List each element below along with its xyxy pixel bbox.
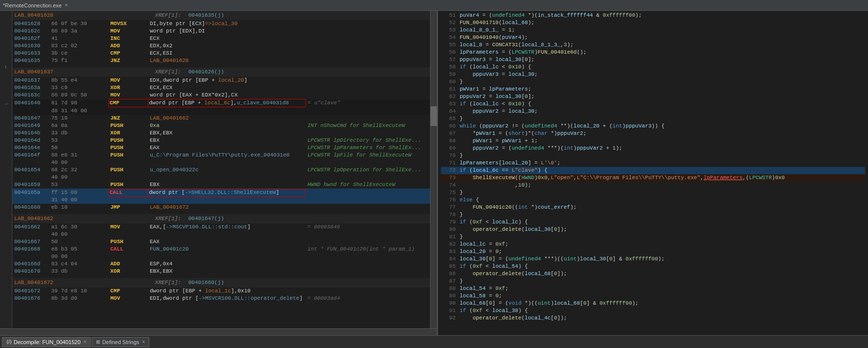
comment-00401628 — [305, 20, 430, 28]
addr-00401637: 00401637 — [12, 77, 49, 84]
code-content-88: local_54 = 0xf; — [460, 285, 865, 292]
comment-cont4 — [305, 196, 430, 204]
disasm-scroll[interactable]: LAB_00401628 XREF[1]: 00401635(j) 004016… — [12, 11, 430, 328]
label-name-00401662: LAB_00401662 — [14, 216, 53, 221]
code-line-61: 61 pWVar1 = lpParameters; — [441, 86, 865, 93]
ops-00401649: 0xa — [148, 122, 305, 129]
tab-decompile[interactable]: ⟨/⟩ Decompile: FUN_00401520 × — [2, 337, 91, 347]
addr-00401668: 00401668 — [12, 246, 49, 253]
instr-row-0040164f-push[interactable]: 0040164f 68 e8 31 PUSH u_C:\Program File… — [12, 152, 430, 159]
bytes-00401647: 75 19 — [49, 115, 108, 122]
gutter-arrow-12 — [0, 93, 12, 100]
tab-decompile-close[interactable]: × — [84, 339, 87, 345]
instr-row-0040163c[interactable]: 0040163c 66 89 0c 50 MOV word ptr [EAX +… — [12, 92, 430, 99]
instr-row-00401654-push[interactable]: 00401654 68 2c 32 PUSH u_open_0040322c L… — [12, 166, 430, 174]
instr-row-00401676-mov[interactable]: 00401676 8b 3d d0 MOV EDI,dword ptr [->M… — [12, 295, 430, 302]
mnem-00401667: PUSH — [108, 238, 148, 246]
tab-defined-strings[interactable]: ⊞ Defined Strings × — [92, 337, 149, 347]
instr-row-0040164e-push[interactable]: 0040164e 50 PUSH EAX LPCWSTR lpParameter… — [12, 144, 430, 152]
line-num-62: 62 — [441, 93, 456, 100]
line-num-67: 67 — [441, 130, 456, 137]
instr-row-00401667-push[interactable]: 00401667 50 PUSH EAX — [12, 238, 430, 246]
instr-row-00401637-mov[interactable]: 00401637 8b 55 e4 MOV EDX,dword ptr [EBP… — [12, 77, 430, 84]
mnem-0040164d: PUSH — [108, 137, 148, 144]
mnem-cont3 — [108, 174, 148, 181]
instr-row-00401628-movsx[interactable]: 00401628 66 0f be 39 MOVSX DI,byte ptr [… — [12, 20, 430, 28]
decompile-scroll[interactable]: 51 puVar4 = (undefined4 *)(in_stack_ffff… — [438, 11, 868, 335]
instr-row-0040164d-push[interactable]: 0040164d 53 PUSH EBX LPCWSTR lpDirectory… — [12, 137, 430, 144]
mnem-00401670: XOR — [108, 268, 148, 275]
comment-00401635 — [305, 57, 430, 64]
ops-00401628: DI,byte ptr [ECX]=>local_30 — [148, 20, 305, 28]
line-num-58: 58 — [441, 63, 456, 71]
instr-row-0040164b[interactable]: 0040164b 33 db XOR EBX,EBX — [12, 129, 430, 137]
instr-row-00401633[interactable]: 00401633 3b ce CMP ECX,ESI — [12, 50, 430, 57]
instr-row-00401662-mov[interactable]: 00401662 a1 6c 30 MOV EAX,[->MSCVP100.DL… — [12, 223, 430, 231]
code-line-67: 67 *pWVar1 = (short)*(char *)pppuVar2; — [441, 130, 865, 137]
mnem-00401649: PUSH — [108, 122, 148, 129]
bytes-00401659: 53 — [49, 181, 108, 189]
code-content-63: if (local_lc < 0x10) { — [460, 100, 865, 108]
ops-0040162c: word ptr [EDX],DI — [148, 28, 305, 35]
instr-row-00401635[interactable]: 00401635 75 f1 JNZ LAB_00401628 — [12, 57, 430, 64]
code-content-76: else { — [460, 196, 865, 204]
line-num-90: 90 — [441, 300, 456, 307]
comment-cont2 — [305, 159, 430, 166]
title-bar-close[interactable]: × — [65, 2, 68, 8]
disasm-vert-scrollbar[interactable] — [430, 11, 437, 328]
gutter-arrow-3 — [0, 27, 12, 34]
instr-row-00401672-cmp[interactable]: 00401672 39 7d e8 10 CMP dword ptr [EBP … — [12, 287, 430, 295]
line-num-75: 75 — [441, 189, 456, 196]
bytes-0040165a: ff 15 08 — [49, 189, 108, 196]
bytes-0040166d: 83 c4 04 — [49, 260, 108, 268]
addr-cont3 — [12, 174, 49, 181]
instr-row-0040165a-call[interactable]: 0040165a ff 15 08 CALL dword ptr [->SHEL… — [12, 189, 430, 196]
addr-00401670: 00401670 — [12, 268, 49, 275]
code-line-68: 68 pWVar1 = pWVar1 + 1; — [441, 137, 865, 145]
code-line-86: 86 operator_delete(local_68[0]); — [441, 270, 865, 278]
code-content-73: ShellExecuteW((HWND)0x0,L"open",L"C:\\Pr… — [460, 174, 865, 182]
code-line-73: 73 ShellExecuteW((HWND)0x0,L"open",L"C:\… — [441, 174, 865, 182]
instr-row-00401668-call[interactable]: 00401668 e8 b3 05 CALL FUN_00401c20 int … — [12, 246, 430, 253]
instr-row-00401649-push[interactable]: 00401649 6a 0a PUSH 0xa INT nShowCmd for… — [12, 122, 430, 129]
content-area: ↕ → LAB_00401628 XR — [0, 11, 868, 335]
code-line-62: 62 pppuVar2 = local_30[0]; — [441, 93, 865, 100]
instr-row-00401640-cmp[interactable]: 00401640 81 7d 98 CMP dword ptr [EBP + l… — [12, 99, 430, 107]
tab-defined-strings-close[interactable]: × — [142, 339, 145, 345]
instr-row-00401647-jnz[interactable]: 00401647 75 19 JNZ LAB_00401662 — [12, 115, 430, 122]
addr-00401633: 00401633 — [12, 50, 49, 57]
line-num-68: 68 — [441, 137, 456, 145]
instr-row-00401670[interactable]: 00401670 33 db XOR EBX,EBX — [12, 268, 430, 275]
line-num-52: 52 — [441, 19, 456, 27]
addr-0040164b: 0040164b — [12, 129, 49, 137]
tab-decompile-label: Decompile: FUN_00401520 — [14, 339, 81, 345]
instr-row-00401659-push[interactable]: 00401659 53 PUSH EBX HWND hwnd for Shell… — [12, 181, 430, 189]
comment-0040164b — [305, 129, 430, 137]
code-line-81: 81 } — [441, 233, 865, 241]
code-content-92: operator_delete(local_4c[0]); — [460, 315, 865, 322]
bytes-0040164e: 50 — [49, 144, 108, 152]
code-content-62: pppuVar2 = local_30[0]; — [460, 93, 865, 100]
line-num-74: 74 — [441, 182, 456, 189]
ops-00401668: FUN_00401c20 — [148, 246, 305, 253]
line-num-84: 84 — [441, 255, 456, 263]
mnem-00401637: MOV — [108, 77, 148, 84]
gutter-arrow-6 — [0, 49, 12, 56]
instr-row-0040166d[interactable]: 0040166d 83 c4 04 ADD ESP,0x4 — [12, 260, 430, 268]
gutter-step-arrow: → — [0, 100, 12, 108]
line-num-80: 80 — [441, 226, 456, 233]
line-num-55: 55 — [441, 41, 456, 49]
comment-00401654: LPCWSTR lpOperation for ShellExe... — [305, 166, 430, 174]
instr-row-0040162f[interactable]: 0040162f 41 INC ECX — [12, 35, 430, 42]
mnem-00401647: JNZ — [108, 115, 148, 122]
comment-00401662: = 00003846 — [305, 223, 430, 231]
bytes-00401649: 6a 0a — [49, 122, 108, 129]
disasm-scrollbar-thumb[interactable] — [431, 106, 437, 126]
instr-row-0040163a[interactable]: 0040163a 33 c9 XOR ECX,ECX — [12, 84, 430, 92]
instr-row-00401630[interactable]: 00401630 83 c2 02 ADD EDX,0x2 — [12, 42, 430, 50]
disasm-horiz-scrollbar[interactable] — [0, 328, 437, 335]
code-line-69: 69 pppuVar2 = (undefined4 ***)(int)pppuV… — [441, 145, 865, 152]
instr-row-00401660-jmp[interactable]: 00401660 eb 10 JMP LAB_00401672 — [12, 204, 430, 211]
instr-row-0040162c[interactable]: 0040162c 66 89 3a MOV word ptr [EDX],DI — [12, 28, 430, 35]
ops-00401670: EBX,EBX — [148, 268, 305, 275]
